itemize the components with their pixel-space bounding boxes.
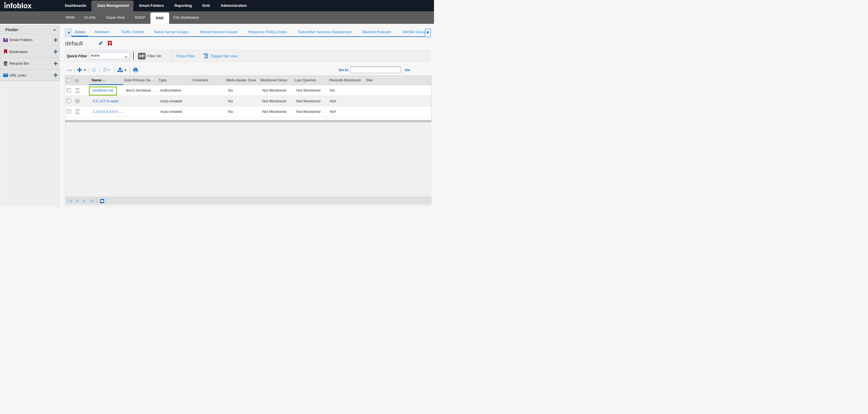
svg-text:♻: ♻ (4, 62, 6, 65)
svg-text:*: * (5, 38, 6, 42)
